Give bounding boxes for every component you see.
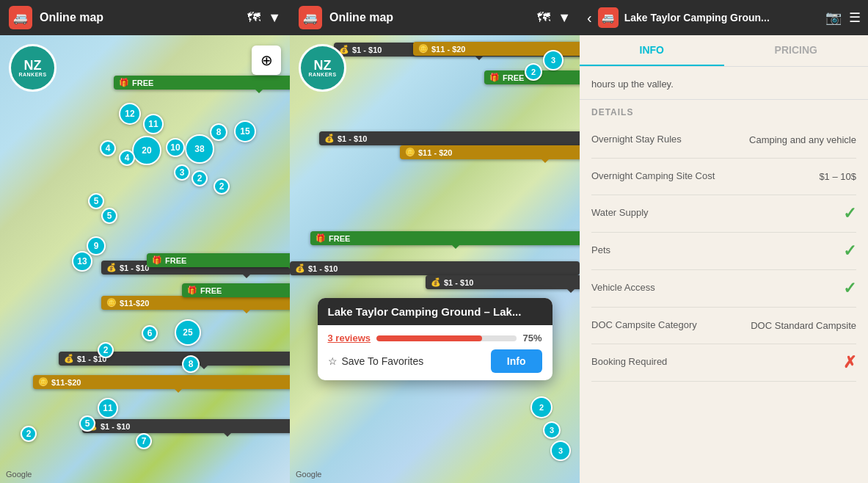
details-heading: DETAILS	[591, 107, 856, 117]
map-header-2: 🚐 Online map 🗺 ▼	[290, 0, 580, 35]
details-section: DETAILS Overnight Stay Rules Camping and…	[580, 100, 868, 385]
water-supply-check: ✓	[843, 204, 856, 223]
p2-cluster-5[interactable]: 2	[530, 396, 552, 418]
cluster-6[interactable]: 6	[142, 325, 158, 341]
app-icon-2: 🚐	[299, 6, 322, 29]
cluster-4a[interactable]: 4	[100, 140, 116, 156]
popup-body: 3 reviews 75% ☆ Save To Favorites Info	[318, 325, 552, 380]
map-header-1: 🚐 Online map 🗺 ▼	[0, 0, 290, 35]
p2-marker-low-2[interactable]: 💰$1 - $10	[319, 131, 580, 145]
review-bar	[376, 335, 517, 341]
overnight-rules-label: Overnight Stay Rules	[591, 133, 749, 146]
marker-low-3[interactable]: 💰$1 - $10	[82, 419, 290, 433]
overnight-rules-value: Camping and any vehicle	[749, 134, 856, 145]
filter-icon[interactable]: ▼	[268, 10, 281, 26]
marker-mid-2[interactable]: 🪙$11-$20	[33, 375, 290, 389]
cluster-5b[interactable]: 5	[101, 208, 117, 224]
review-count[interactable]: 3 reviews	[328, 333, 371, 344]
rankers-text: RANKERS	[18, 72, 46, 77]
cluster-4b[interactable]: 4	[119, 150, 135, 166]
detail-row-overnight-rules: Overnight Stay Rules Camping and any veh…	[591, 122, 856, 159]
p2-cluster-3[interactable]: 3	[543, 421, 561, 439]
nz-rankers-logo-2: NZ RANKERS	[299, 44, 346, 92]
detail-row-doc-category: DOC Campsite Category DOC Standard Camps…	[591, 308, 856, 344]
info-button[interactable]: Info	[491, 349, 542, 373]
cluster-2a[interactable]: 2	[192, 170, 208, 186]
popup-title: Lake Taylor Camping Ground – Lak...	[318, 298, 552, 325]
detail-row-booking: Booking Required ✗	[591, 344, 856, 382]
vehicle-access-label: Vehicle Access	[591, 281, 843, 294]
google-attribution-1: Google	[6, 470, 32, 479]
p2-cluster-4[interactable]: 3	[550, 440, 571, 461]
tab-pricing[interactable]: PRICING	[724, 35, 869, 66]
cluster-11b[interactable]: 11	[98, 398, 118, 418]
cluster-9[interactable]: 9	[87, 236, 106, 255]
location-popup: Lake Taylor Camping Ground – Lak... 3 re…	[318, 298, 552, 380]
marker-free-3[interactable]: 🎁FREE	[182, 283, 290, 297]
location-description: hours up the valley.	[580, 67, 868, 100]
cluster-8a[interactable]: 8	[210, 123, 227, 141]
p2-cluster-2[interactable]: 2	[525, 63, 542, 81]
p2-cluster-1[interactable]: 3	[543, 50, 564, 70]
cluster-15[interactable]: 15	[234, 120, 256, 142]
map-panel-2[interactable]: 🚐 Online map 🗺 ▼ NZ RANKERS 💰$1 - $10 🪙$…	[290, 0, 580, 483]
review-pct: 75%	[522, 333, 541, 344]
cluster-10[interactable]: 10	[166, 138, 185, 157]
map-header-actions-2: 🗺 ▼	[537, 10, 571, 26]
map-view-icon-2[interactable]: 🗺	[537, 10, 550, 26]
pets-check: ✓	[843, 242, 856, 261]
cluster-5c[interactable]: 5	[79, 415, 95, 432]
popup-actions: ☆ Save To Favorites Info	[328, 349, 542, 373]
p2-marker-mid-2[interactable]: 🪙$11 - $20	[400, 145, 580, 159]
cluster-7[interactable]: 7	[136, 433, 152, 449]
cluster-38[interactable]: 38	[185, 134, 214, 164]
map-title-1: Online map	[40, 11, 247, 24]
cluster-13[interactable]: 13	[72, 251, 92, 272]
fav-label: Save To Favorites	[342, 355, 424, 367]
app-icon-1: 🚐	[9, 6, 32, 29]
google-attribution-2: Google	[296, 470, 321, 479]
info-header: ‹ 🚐 Lake Taylor Camping Groun... 📷 ☰	[580, 0, 868, 35]
site-cost-value: $1 – 10$	[819, 171, 856, 182]
info-panel: ‹ 🚐 Lake Taylor Camping Groun... 📷 ☰ INF…	[580, 0, 868, 483]
cluster-12[interactable]: 12	[119, 103, 141, 125]
marker-low-2[interactable]: 💰$1 - $10	[59, 352, 290, 366]
detail-row-site-cost: Overnight Camping Site Cost $1 – 10$	[591, 159, 856, 195]
map-view-icon[interactable]: 🗺	[247, 10, 260, 26]
cluster-11[interactable]: 11	[143, 114, 164, 134]
pets-label: Pets	[591, 244, 843, 257]
vehicle-access-check: ✓	[843, 279, 856, 298]
cluster-2b[interactable]: 2	[98, 342, 114, 358]
menu-icon[interactable]: ☰	[849, 10, 861, 26]
cluster-8b[interactable]: 8	[182, 355, 200, 373]
tab-info[interactable]: INFO	[580, 35, 724, 66]
cluster-3[interactable]: 3	[174, 164, 190, 181]
back-button[interactable]: ‹	[587, 10, 592, 26]
p2-marker-low-4[interactable]: 💰$1 - $10	[426, 275, 580, 289]
cluster-2c[interactable]: 2	[21, 426, 37, 442]
nz-text: NZ	[24, 59, 42, 72]
popup-reviews: 3 reviews 75%	[328, 333, 542, 344]
booking-required-cross: ✗	[843, 353, 856, 372]
filter-icon-2[interactable]: ▼	[558, 10, 571, 26]
marker-free-1[interactable]: 🎁FREE	[114, 76, 290, 90]
water-supply-label: Water Supply	[591, 206, 843, 219]
app-icon-3: 🚐	[598, 7, 619, 28]
save-favorites-button[interactable]: ☆ Save To Favorites	[328, 355, 484, 367]
booking-required-label: Booking Required	[591, 355, 843, 368]
map-title-2: Online map	[329, 11, 537, 24]
review-bar-fill	[376, 335, 482, 341]
marker-mid-1[interactable]: 🪙$11-$20	[101, 296, 290, 310]
locate-button-1[interactable]: ⊕	[252, 46, 281, 75]
cluster-5a[interactable]: 5	[88, 193, 104, 209]
p2-marker-low-3[interactable]: 💰$1 - $10	[290, 261, 580, 275]
map-header-actions-1: 🗺 ▼	[247, 10, 281, 26]
cluster-2d[interactable]: 2	[214, 178, 230, 195]
location-title: Lake Taylor Camping Groun...	[624, 12, 820, 23]
cluster-20[interactable]: 20	[132, 136, 161, 165]
p2-marker-free-2[interactable]: 🎁FREE	[310, 231, 580, 245]
map-panel-1[interactable]: 🚐 Online map 🗺 ▼ NZ RANKERS ⊕ 🎁FREE 💰$1 …	[0, 0, 290, 483]
cluster-25[interactable]: 25	[175, 319, 201, 346]
marker-free-2[interactable]: 🎁FREE	[147, 253, 290, 267]
camera-icon[interactable]: 📷	[825, 10, 842, 26]
